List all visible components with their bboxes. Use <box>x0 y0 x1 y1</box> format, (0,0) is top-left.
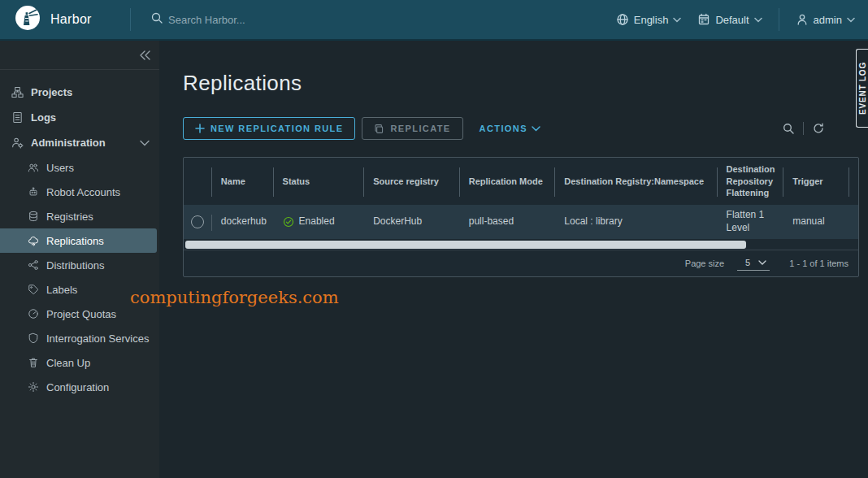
header-cell-source-registry[interactable]: Source registry <box>363 158 459 205</box>
header-cell-name[interactable]: Name <box>211 158 273 205</box>
administration-icon <box>11 137 24 149</box>
new-replication-rule-button[interactable]: NEW REPLICATION RULE <box>183 117 355 140</box>
nav-label: Interrogation Services <box>46 332 149 345</box>
filter-search-icon[interactable] <box>782 122 795 135</box>
gear-icon <box>28 381 39 393</box>
row-flattening: Flatten 1 Level <box>717 205 783 239</box>
nav-label: Labels <box>46 284 77 296</box>
top-header: Harbor English Default admin <box>0 0 868 41</box>
brand-area: Harbor <box>0 5 130 34</box>
chevron-down-icon <box>758 260 766 265</box>
chevron-down-icon <box>673 17 681 23</box>
sidebar-item-users[interactable]: Users <box>0 155 159 180</box>
nav-label: Registries <box>46 211 93 223</box>
chevron-down-icon <box>140 140 150 146</box>
grid-tools <box>782 122 825 135</box>
status-label: Enabled <box>299 215 335 228</box>
sidebar: Projects Logs Administration Users Robot… <box>0 41 159 478</box>
sidebar-item-robot-accounts[interactable]: Robot Accounts <box>0 180 159 204</box>
header-divider <box>779 8 779 31</box>
row-filler <box>848 205 858 239</box>
header-cell-trigger[interactable]: Trigger <box>783 158 848 205</box>
table-footer: Page size 5 1 - 1 of 1 items <box>184 250 858 276</box>
page-title: Replications <box>183 71 859 96</box>
globe-icon <box>616 13 629 26</box>
chevron-down-icon <box>847 17 855 23</box>
button-label: REPLICATE <box>390 124 450 133</box>
header-cell-destination[interactable]: Destination Registry:Namespace <box>554 158 716 205</box>
event-log-label: EVENT LOG <box>858 62 867 115</box>
nav-label: Distributions <box>46 259 105 272</box>
sidebar-item-logs[interactable]: Logs <box>0 105 159 130</box>
header-cell-replication-mode[interactable]: Replication Mode <box>459 158 555 205</box>
registries-icon <box>28 211 39 222</box>
chevron-down-icon <box>532 126 540 132</box>
header-cell-flattening[interactable]: Destination Repository Flattening <box>717 158 783 205</box>
trash-icon <box>28 357 39 368</box>
share-icon <box>28 259 39 271</box>
sidebar-item-distributions[interactable]: Distributions <box>0 253 159 277</box>
calendar-icon <box>697 13 710 26</box>
user-menu[interactable]: admin <box>796 13 855 26</box>
table-row[interactable]: dockerhub Enabled DockerHub pull-based L… <box>184 205 858 239</box>
nav-label: Replications <box>46 235 104 247</box>
sidebar-item-projects[interactable]: Projects <box>0 80 159 105</box>
horizontal-scrollbar[interactable] <box>185 241 746 249</box>
sidebar-item-interrogation-services[interactable]: Interrogation Services <box>0 326 159 350</box>
shield-icon <box>28 332 39 344</box>
scroll-track <box>184 239 858 250</box>
plus-icon <box>195 124 205 133</box>
table-header-row: Name Status Source registry Replication … <box>184 158 858 205</box>
projects-icon <box>11 86 24 98</box>
theme-label: Default <box>715 14 749 26</box>
harbor-app: Harbor English Default admin <box>0 0 868 478</box>
tools-divider <box>803 122 804 135</box>
chevron-down-icon <box>754 17 762 23</box>
header-cell-select <box>184 158 211 205</box>
row-destination: Local : library <box>554 205 716 239</box>
theme-menu[interactable]: Default <box>697 13 762 26</box>
collapse-sidebar-button[interactable] <box>138 50 151 61</box>
language-menu[interactable]: English <box>616 13 682 26</box>
search-icon <box>150 11 163 28</box>
nav-label: Logs <box>31 111 56 124</box>
enabled-check-icon <box>283 216 294 228</box>
refresh-icon[interactable] <box>812 122 825 135</box>
sidebar-item-administration[interactable]: Administration <box>0 130 159 155</box>
button-label: ACTIONS <box>480 124 527 133</box>
nav-label: Robot Accounts <box>46 186 120 198</box>
harbor-logo-icon[interactable] <box>15 5 41 34</box>
header-cell-filler <box>848 158 858 205</box>
watermark: computingforgeeks.com <box>130 288 339 307</box>
logs-icon <box>11 111 24 124</box>
sidebar-item-replications[interactable]: Replications <box>0 228 157 253</box>
row-source-registry: DockerHub <box>363 205 459 239</box>
actions-menu[interactable]: ACTIONS <box>480 124 540 133</box>
page-size-label: Page size <box>685 259 724 268</box>
page-size-select[interactable]: 5 <box>737 256 770 271</box>
search-input[interactable] <box>168 14 331 26</box>
sidebar-top-bar <box>0 41 159 70</box>
replicate-button[interactable]: REPLICATE <box>362 117 462 140</box>
replicate-icon <box>374 124 384 134</box>
user-icon <box>796 13 809 26</box>
pagination-range: 1 - 1 of 1 items <box>789 259 848 268</box>
nav-label: Clean Up <box>46 357 90 369</box>
nav-label: Project Quotas <box>46 308 116 320</box>
double-chevron-left-icon <box>138 50 151 61</box>
username: admin <box>814 14 842 26</box>
sidebar-item-clean-up[interactable]: Clean Up <box>0 350 159 375</box>
row-select-cell <box>184 205 211 239</box>
row-replication-mode: pull-based <box>459 205 555 239</box>
main-content: Replications NEW REPLICATION RULE REPLIC… <box>159 41 868 478</box>
sidebar-item-registries[interactable]: Registries <box>0 204 159 228</box>
nav-label: Projects <box>31 86 72 98</box>
row-radio-button[interactable] <box>191 215 204 228</box>
brand-name: Harbor <box>50 12 92 27</box>
robot-icon <box>28 186 39 198</box>
sidebar-item-configuration[interactable]: Configuration <box>0 375 159 399</box>
toolbar: NEW REPLICATION RULE REPLICATE ACTIONS <box>183 117 859 140</box>
event-log-tab[interactable]: EVENT LOG <box>856 49 868 128</box>
header-cell-status[interactable]: Status <box>273 158 364 205</box>
row-name: dockerhub <box>211 205 273 239</box>
